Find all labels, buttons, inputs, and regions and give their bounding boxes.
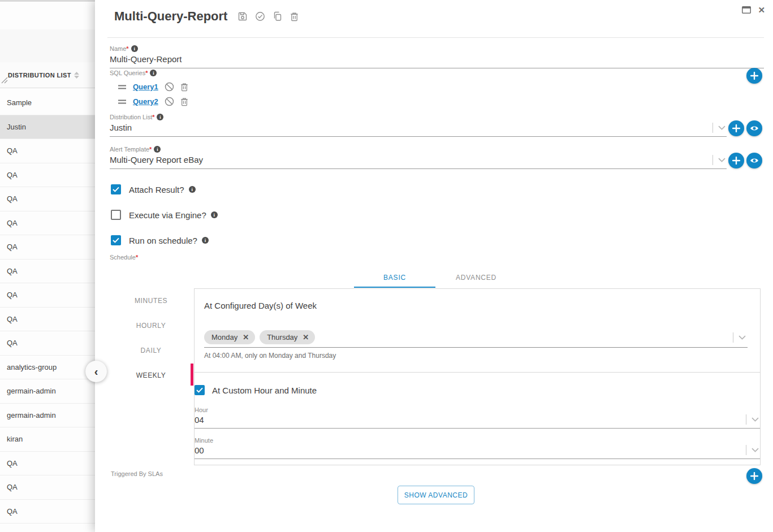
table-row[interactable]: analytics-group <box>0 356 95 380</box>
table-row[interactable]: QA <box>0 211 95 236</box>
delete-query-icon[interactable] <box>180 83 188 92</box>
tab-daily[interactable]: DAILY <box>109 338 193 363</box>
save-icon[interactable] <box>237 11 248 21</box>
delete-icon[interactable] <box>290 12 299 21</box>
column-header-label: DISTRIBUTION LIST <box>8 72 71 79</box>
disable-query-icon[interactable] <box>165 82 174 92</box>
tab-weekly[interactable]: WEEKLY <box>109 363 193 388</box>
add-alert-template-button[interactable] <box>728 153 744 168</box>
name-value[interactable]: Multi-Query-Report <box>110 54 764 64</box>
query-link[interactable]: Query1 <box>133 83 158 91</box>
hour-field[interactable]: Hour 04 <box>195 406 760 429</box>
minute-value[interactable]: 00 <box>195 446 760 455</box>
chevron-down-icon[interactable] <box>752 448 759 452</box>
table-row[interactable]: QA <box>0 500 95 524</box>
add-sla-button[interactable] <box>746 468 762 484</box>
table-row[interactable]: germain-admin <box>0 404 95 428</box>
select-adornment <box>746 414 759 425</box>
tab-minutes[interactable]: MINUTES <box>109 288 193 313</box>
info-icon[interactable]: i <box>211 211 218 218</box>
disable-query-icon[interactable] <box>165 97 174 106</box>
info-icon[interactable]: i <box>150 70 157 76</box>
info-icon[interactable]: i <box>157 114 163 120</box>
table-row[interactable]: QA <box>0 235 95 259</box>
table-row[interactable]: QA <box>0 283 95 308</box>
custom-hour-minute-row[interactable]: At Custom Hour and Minute <box>195 385 317 395</box>
distribution-list-value[interactable]: Justin <box>110 123 727 132</box>
view-distribution-list-button[interactable] <box>746 120 762 136</box>
column-resize-icon[interactable] <box>1 76 8 86</box>
info-icon[interactable]: i <box>202 237 209 244</box>
table-row[interactable]: QA <box>0 187 95 211</box>
table-row-selected[interactable]: Justin <box>0 115 95 140</box>
distribution-list-column-header[interactable]: DISTRIBUTION LIST <box>0 62 95 88</box>
alert-template-value[interactable]: Multi-Query Report eBay <box>110 155 727 165</box>
chevron-down-icon[interactable] <box>752 417 759 422</box>
plus-icon <box>732 124 740 132</box>
check-circle-icon[interactable] <box>255 11 265 21</box>
alert-template-field[interactable]: Alert Template* i Multi-Query Report eBa… <box>110 146 727 169</box>
expand-panel-icon[interactable] <box>742 6 751 14</box>
header-divider <box>107 37 764 38</box>
sort-icon[interactable] <box>74 72 79 79</box>
triggered-by-slas-label: Triggered By SLAs <box>111 470 163 477</box>
duplicate-icon[interactable] <box>273 11 283 21</box>
run-on-schedule-label: Run on schedule? <box>129 236 197 245</box>
collapse-drawer-button[interactable]: ‹ <box>85 361 107 382</box>
name-field[interactable]: Name* i Multi-Query-Report <box>110 45 764 68</box>
execute-via-engine-row[interactable]: Execute via Engine? i <box>111 210 218 220</box>
distribution-list-field[interactable]: Distribution List* i Justin <box>110 114 727 137</box>
days-select-field[interactable]: Monday ✕ Thursday ✕ <box>204 328 748 348</box>
divider <box>712 155 713 165</box>
table-row[interactable]: QA <box>0 308 95 332</box>
chevron-down-icon[interactable] <box>718 158 726 162</box>
info-icon[interactable]: i <box>189 186 196 193</box>
drag-handle-icon[interactable] <box>118 85 127 89</box>
attach-result-row[interactable]: Attach Result? i <box>111 184 196 194</box>
close-icon[interactable]: ✕ <box>758 6 765 14</box>
table-row[interactable]: QA <box>0 259 95 284</box>
minute-field[interactable]: Minute 00 <box>195 437 760 459</box>
active-tab-indicator <box>354 287 435 288</box>
delete-query-icon[interactable] <box>180 97 188 106</box>
table-row[interactable]: Sample <box>0 91 95 115</box>
add-distribution-list-button[interactable] <box>728 120 744 136</box>
checkbox-checked-icon[interactable] <box>195 385 205 395</box>
query-list: Query1 Query2 <box>118 81 188 107</box>
custom-hour-minute-label: At Custom Hour and Minute <box>212 386 317 395</box>
tab-hourly[interactable]: HOURLY <box>109 313 193 338</box>
checkbox-checked-icon[interactable] <box>111 184 121 194</box>
day-chip-label: Monday <box>211 333 237 341</box>
page-title: Multi-Query-Report <box>114 9 227 24</box>
view-alert-template-button[interactable] <box>746 153 762 168</box>
table-row[interactable]: QA <box>0 475 95 500</box>
info-icon[interactable]: i <box>131 45 138 52</box>
select-adornment <box>712 123 726 133</box>
remove-day-icon[interactable]: ✕ <box>243 333 249 341</box>
show-advanced-button[interactable]: SHOW ADVANCED <box>398 486 474 504</box>
query-row: Query1 <box>118 81 188 92</box>
alert-template-actions <box>728 153 762 168</box>
run-on-schedule-row[interactable]: Run on schedule? i <box>111 235 209 245</box>
table-row[interactable]: QA <box>0 163 95 188</box>
table-row[interactable]: germain-admin <box>0 379 95 404</box>
alert-template-label: Alert Template* i <box>110 146 727 153</box>
chevron-down-icon[interactable] <box>718 126 726 130</box>
page-top-strip <box>0 0 95 2</box>
hour-label: Hour <box>195 406 760 413</box>
hour-value[interactable]: 04 <box>195 415 760 425</box>
checkbox-unchecked-icon[interactable] <box>111 210 121 220</box>
info-icon[interactable]: i <box>154 146 161 153</box>
add-query-button[interactable] <box>746 68 762 84</box>
table-row[interactable]: QA <box>0 331 95 356</box>
remove-day-icon[interactable]: ✕ <box>303 333 309 341</box>
table-row[interactable]: kiran <box>0 427 95 452</box>
table-row[interactable]: QA <box>0 452 95 476</box>
drag-handle-icon[interactable] <box>118 100 127 104</box>
table-row[interactable]: QA <box>0 139 95 163</box>
query-link[interactable]: Query2 <box>133 97 158 106</box>
chevron-down-icon[interactable] <box>739 335 746 340</box>
tab-advanced[interactable]: ADVANCED <box>435 270 517 289</box>
checkbox-checked-icon[interactable] <box>111 235 121 245</box>
background-page: DISTRIBUTION LIST Sample Justin QA QA QA… <box>0 0 95 532</box>
